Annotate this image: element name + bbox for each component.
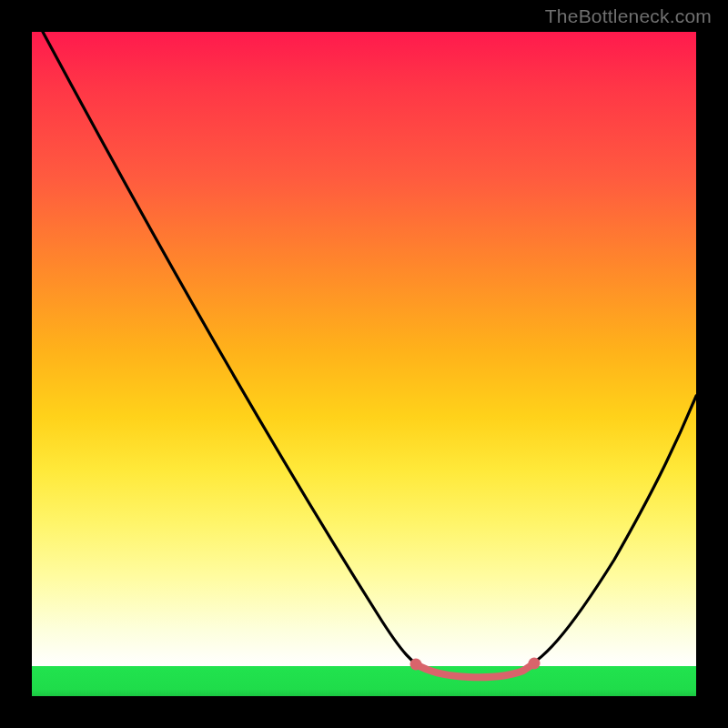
watermark-text: TheBottleneck.com (545, 5, 712, 27)
bottleneck-curve-svg (32, 32, 696, 696)
bottleneck-curve-line (43, 32, 696, 676)
plot-area (32, 32, 696, 696)
highlight-start-dot (410, 659, 422, 671)
curve-highlight-segment (416, 663, 534, 677)
chart-frame: TheBottleneck.com (0, 0, 728, 728)
highlight-end-dot (529, 658, 541, 670)
